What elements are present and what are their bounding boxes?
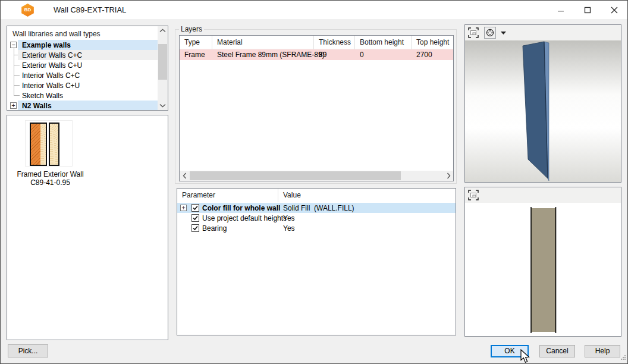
tree-collapse-icon[interactable]: − [10,42,17,48]
parameters-table-header: Parameter Value [177,189,456,202]
param-row-color-fill[interactable]: + Color fill for whole wall Solid Fill (… [177,203,456,213]
tree-item-label: Sketch Walls [22,92,63,100]
scrollbar-thumb[interactable] [190,171,401,180]
scroll-up-icon[interactable] [158,26,168,35]
app-logo-icon: BD [21,4,34,17]
layer-material: Steel Frame 89mm (SFRAME-89) [212,49,314,60]
parameters-table[interactable]: Parameter Value + Color fill for whole w… [177,188,456,335]
checkbox-default-heights[interactable] [191,214,199,222]
zoom-extents-button[interactable] [467,27,479,39]
preview-3d-toolbar [465,25,621,40]
param-expand-icon[interactable]: + [180,205,187,211]
tree-scrollbar[interactable] [158,26,168,110]
resize-grip-icon [620,354,626,360]
maximize-button[interactable] [574,1,601,19]
wall-type-caption: Framed Exterior Wall C89-41-0.95 [7,170,93,187]
column-header-value[interactable]: Value [278,189,454,202]
column-header-parameter[interactable]: Parameter [177,189,278,202]
chevron-down-icon [501,32,506,34]
layer-row-frame[interactable]: Frame Steel Frame 89mm (SFRAME-89) 89 0 … [180,49,453,60]
wall-type-preview-panel[interactable]: Framed Exterior Wall C89-41-0.95 [7,115,168,340]
wall-layer-group [49,123,59,166]
wall-library-tree: Wall libraries and wall types − Example … [7,26,168,111]
scrollbar-thumb[interactable] [158,44,167,80]
tree-item-example-walls[interactable]: − Example walls [7,40,158,50]
preview-2d-panel [464,187,621,337]
titlebar[interactable]: BD Wall C89-EXT-TRIAL [1,1,627,19]
pick-button[interactable]: Pick... [8,344,48,357]
pan-mode-button[interactable] [484,27,496,39]
column-header-thickness[interactable]: Thickness [314,36,355,49]
param-label: Color fill for whole wall [202,204,280,212]
zoom-extents-icon [468,190,479,200]
tree-item-n2-walls[interactable]: + N2 Walls [7,101,158,111]
window-title: Wall C89-EXT-TRIAL [54,5,126,14]
scroll-right-icon[interactable] [444,171,453,181]
column-header-type[interactable]: Type [180,36,212,49]
wall-2d-section [465,203,621,336]
tree-expand-icon[interactable]: + [10,102,17,109]
wall-type-name: Framed Exterior Wall [7,170,93,178]
checkmark-icon [192,225,199,231]
tree-item-sketch-walls[interactable]: Sketch Walls [7,90,158,101]
layers-table[interactable]: Type Material Thickness Bottom height To… [179,35,454,181]
tree-item-label: Exterior Walls C+U [22,61,82,70]
viewport-2d[interactable] [465,203,621,336]
preview-2d-toolbar [465,187,621,203]
param-label: Bearing [202,224,227,233]
column-header-material[interactable]: Material [212,36,314,49]
close-icon [611,7,618,14]
maximize-icon [584,7,591,14]
tree-item-label: Interior Walls C+U [22,81,80,90]
checkmark-icon [192,215,199,221]
wall-section-thumbnail[interactable] [25,120,73,167]
wall-3d-model [465,40,621,182]
tree-item-label: N2 Walls [22,102,52,110]
tree-header: Wall libraries and wall types [12,30,101,38]
param-row-bearing[interactable]: Bearing Yes [177,223,456,233]
tree-item-label: Interior Walls C+C [22,71,80,80]
tree-item-label: Exterior Walls C+C [22,51,82,59]
cream-layer-swatch [50,124,58,165]
column-header-bottom-height[interactable]: Bottom height [355,36,412,49]
scroll-left-icon[interactable] [180,171,189,181]
viewport-3d[interactable] [465,40,621,182]
hatched-layer-swatch [31,124,40,165]
preview-3d-panel [464,24,621,183]
close-button[interactable] [601,1,627,19]
scroll-down-icon[interactable] [158,101,168,110]
param-label: Use project default heights [202,214,287,222]
tree-item-label: Example walls [22,41,71,49]
pan-icon [485,28,495,37]
resize-grip[interactable] [620,353,626,362]
layers-groupbox: Layers Type Material Thickness Bottom he… [175,29,457,184]
layers-group-label: Layers [179,25,204,33]
layer-thickness: 89 [314,49,355,60]
layers-table-header: Type Material Thickness Bottom height To… [180,36,453,49]
tree-item-interior-walls-cu[interactable]: Interior Walls C+U [7,80,158,90]
cream-layer-swatch [40,124,46,165]
tree-item-exterior-walls-cc[interactable]: Exterior Walls C+C [7,50,158,60]
help-button[interactable]: Help [585,345,620,357]
param-value: Yes [283,214,295,222]
tree-item-interior-walls-cc[interactable]: Interior Walls C+C [7,70,158,80]
checkbox-color-fill[interactable] [191,204,199,212]
param-row-default-heights[interactable]: Use project default heights Yes [177,213,456,223]
ok-button[interactable]: OK [491,345,529,357]
zoom-extents-button[interactable] [467,189,479,201]
param-value: Solid Fill (WALL.FILL) [283,204,354,212]
view-options-dropdown[interactable] [497,27,509,39]
layer-type: Frame [180,49,212,60]
layer-top-height: 2700 [412,49,453,60]
cancel-button[interactable]: Cancel [539,345,575,357]
zoom-extents-icon [468,27,479,38]
checkbox-bearing[interactable] [191,224,199,232]
tree-item-exterior-walls-cu[interactable]: Exterior Walls C+U [7,60,158,70]
layers-horizontal-scrollbar[interactable] [180,171,453,181]
checkmark-icon [192,205,199,211]
minimize-button[interactable] [547,1,574,19]
column-header-top-height[interactable]: Top height [412,36,453,49]
param-value: Yes [283,224,295,233]
minimize-icon [557,7,564,14]
wall-dialog: BD Wall C89-EXT-TRIAL Wall libraries and… [0,0,628,364]
